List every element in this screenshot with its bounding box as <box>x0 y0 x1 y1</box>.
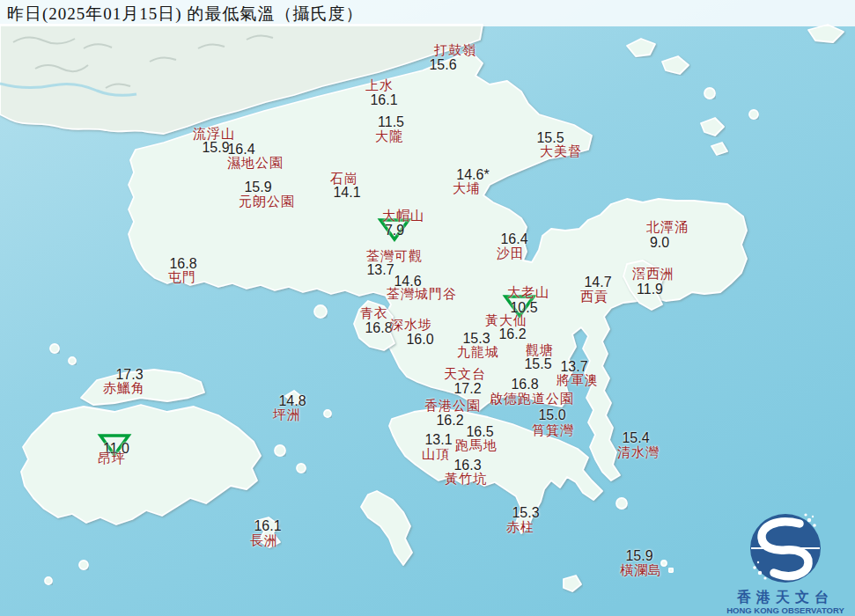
hko-logo-english: HONG KONG OBSERVATORY <box>726 605 844 615</box>
page-title: 昨日(2025年01月15日) 的最低氣溫（攝氏度） <box>7 3 363 26</box>
central-islet-2 <box>297 464 306 473</box>
nw-islet-2 <box>69 357 76 364</box>
waglan-islet-1 <box>661 561 667 566</box>
nw-islet-1 <box>50 344 59 353</box>
central-islet-1 <box>275 445 285 456</box>
waglan-islet-2 <box>669 568 674 573</box>
sw-islet-2 <box>45 577 52 584</box>
weather-map-page: 15.6打鼓嶺16.1上水11.5大隴15.9流浮山16.4濕地公園15.5大美… <box>0 0 855 616</box>
ne-island-3 <box>704 88 715 99</box>
sw-islet-1 <box>79 561 88 569</box>
hko-logo-chinese: 香港天文台 <box>736 589 834 605</box>
tung-lung-island <box>616 498 627 509</box>
hko-logo: 香港天文台 HONG KONG OBSERVATORY <box>712 488 853 616</box>
title-bar: 昨日(2025年01月15日) 的最低氣溫（攝氏度） <box>0 0 855 26</box>
ma-wan-island <box>314 305 327 318</box>
central-islet-3 <box>324 410 331 417</box>
ne-island-5 <box>749 110 758 119</box>
